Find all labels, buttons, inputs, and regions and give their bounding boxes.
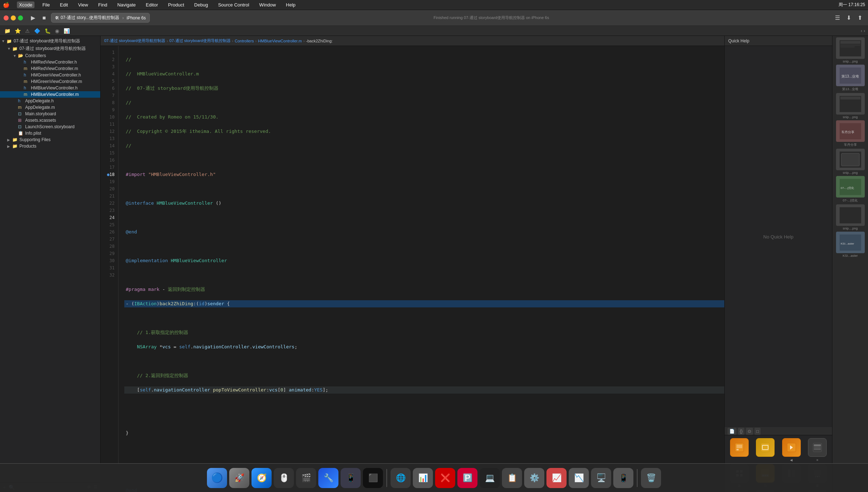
breadcrumb: 07-通过 storyboard使用导航控制器 › 07-通过 storyboa… [101,36,724,46]
dock-xcode[interactable]: 🔧 [318,468,338,488]
qh-header: Quick Help [725,36,832,46]
dock-finder[interactable]: 🔵 [207,468,227,488]
dock-app4[interactable]: ❌ [435,468,455,488]
stop-button[interactable]: ■ [40,13,48,23]
menu-editor[interactable]: Editor [144,1,160,8]
tree-hmblue-h[interactable]: ▶ h HMBlueViewController.h [0,85,100,91]
nav-tabs: 📁 ⭐ ⚠ 🔷 🐛 ◉ 📊 ‹ › [0,26,868,36]
menu-find[interactable]: Find [96,1,109,8]
menu-product[interactable]: Product [166,1,186,8]
tree-hmgreen-m[interactable]: ▶ m HMGreenViewController.m [0,78,100,85]
source-icon[interactable]: ⭐ [13,27,22,34]
ln-2: 2 [101,56,118,63]
navigator-toggle[interactable]: ☰ [833,13,842,23]
dock-app7[interactable]: 📋 [502,468,522,488]
nav-back[interactable]: ‹ [861,28,862,33]
warning-icon[interactable]: ⚠ [24,27,31,34]
dock-app8[interactable]: ⚙️ [524,468,544,488]
tree-hmred-h[interactable]: ▶ h HMRedViewController.h [0,59,100,65]
arrow-supporting: ▶ [7,138,12,142]
scheme-selector[interactable]: 🛠 07-通过 story...使用导航控制器 › iPhone 6s [51,13,150,23]
bc-part2[interactable]: 07-通过 storyboard使用导航控制器 [170,38,231,43]
run-button[interactable]: ▶ [29,13,37,23]
ui-label-nav-controller: ◀ [790,458,793,462]
tree-controllers[interactable]: ▼ 📂 Controllers [0,52,100,59]
dock-app3[interactable]: 📊 [413,468,433,488]
tree-label-hmred-m: HMRedViewController.m [31,66,100,71]
menu-debug[interactable]: Debug [192,1,210,8]
dock-terminal[interactable]: ⬛ [363,468,383,488]
bc-part5[interactable]: -back2ZhiDing: [306,39,333,43]
ln-30: 30 [101,257,118,264]
dock-launchpad[interactable]: 🚀 [229,468,249,488]
test-icon[interactable]: 🔷 [33,27,42,34]
dock-app9[interactable]: 📈 [546,468,567,488]
code-editor[interactable]: 1 2 3 4 5 6 7 8 9 10 11 12 13 14 15 16 1 [101,46,724,492]
tree-assets[interactable]: ▶ ⊞ Assets.xcassets [0,117,100,124]
menu-file[interactable]: File [40,1,52,8]
dock-app10[interactable]: 📉 [569,468,589,488]
ui-icon-storyboard-ref[interactable] [756,438,775,457]
tree-hmgreen-h[interactable]: ▶ h HMGreenViewController.h [0,72,100,78]
tree-hmblue-m[interactable]: ▶ m HMBlueViewController.m [0,91,100,98]
ui-icon-table-controller[interactable] [808,438,827,457]
dock-trash[interactable]: 🗑️ [641,468,661,488]
svg-rect-2 [737,449,739,450]
dock-quicktime[interactable]: 🎬 [296,468,316,488]
dock-app11[interactable]: 🖥️ [591,468,611,488]
tree-supporting-files[interactable]: ▶ 📁 Supporting Files [0,136,100,143]
dock-app6[interactable]: 💻 [480,468,500,488]
folder-icon[interactable]: 📁 [3,27,12,34]
dock-mouse[interactable]: 🖱️ [274,468,294,488]
ui-icon-view-controller[interactable] [730,438,749,457]
tree-label-root: 07-通过 storyboard使用导航控制器 [14,38,100,44]
right-panel: snip....png 第13...业堆 第13...业堆 [832,36,868,492]
tree-products[interactable]: ▶ 📁 Products [0,143,100,149]
report-icon[interactable]: 📊 [62,27,71,34]
tree-hmred-m[interactable]: ▶ m HMRedViewController.m [0,65,100,72]
qh-btn-code[interactable]: {} [738,428,744,435]
tree-appdelegate-m[interactable]: ▶ m AppDelegate.m [0,104,100,111]
dock-app1[interactable]: 📱 [341,468,361,488]
dock-app2[interactable]: 🌐 [391,468,411,488]
right-thumb-6: 07-...(优化 [836,176,865,198]
bc-part1[interactable]: 07-通过 storyboard使用导航控制器 [104,38,165,43]
nav-forward[interactable]: › [864,28,865,33]
menu-window[interactable]: Window [257,1,278,8]
menu-view[interactable]: View [76,1,90,8]
tree-sub[interactable]: ▼ 📁 07-通过 storyboard使用导航控制器 [0,45,100,52]
menu-source-control[interactable]: Source Control [216,1,251,8]
tree-launch-storyboard[interactable]: ▶ ⊡ LaunchScreen.storyboard [0,124,100,130]
dock-app12[interactable]: 📱 [613,468,633,488]
inspector-toggle[interactable]: ⬆ [855,13,864,23]
debug-icon[interactable]: 🐛 [43,27,52,34]
bc-part3[interactable]: Controllers [235,39,254,43]
qh-btn-file[interactable]: 📄 [728,428,737,435]
qh-content: No Quick Help [725,46,832,427]
tree-info-plist[interactable]: ▶ 📋 Info.plist [0,130,100,136]
code-content[interactable]: // // HMBlueViewController.m // 07-通过 st… [119,46,724,492]
debug-toggle[interactable]: ⬇ [844,13,853,23]
ui-icon-nav-controller[interactable] [782,438,801,457]
tree-appdelegate-h[interactable]: ▶ h AppDelegate.h [0,98,100,104]
menu-xcode[interactable]: Xcode [17,1,34,8]
bc-part4[interactable]: HMBlueViewController.m [258,39,302,43]
maximize-button[interactable] [18,15,23,20]
tree-root[interactable]: ▼ 📁 07-通过 storyboard使用导航控制器 [0,37,100,45]
minimize-button[interactable] [11,15,16,20]
apple-menu[interactable]: 🍎 [3,2,10,8]
dock-safari[interactable]: 🧭 [251,468,272,488]
close-button[interactable] [4,15,9,20]
menu-edit[interactable]: Edit [58,1,70,8]
qh-btn-square[interactable]: □ [754,428,761,435]
tree-main-storyboard[interactable]: ▶ ⊡ Main.storyboard [0,111,100,117]
dock-app5[interactable]: 🅿️ [457,468,477,488]
breakpoint-icon[interactable]: ◉ [54,27,61,34]
menu-help[interactable]: Help [284,1,298,8]
code-line-11: @interface HMBlueViewController () [124,200,724,207]
menu-navigate[interactable]: Navigate [115,1,138,8]
qh-btn-circle[interactable]: ⊙ [746,428,753,435]
svg-rect-7 [813,443,822,452]
ln-13: 13 [101,135,118,142]
ln-32: 32 [101,271,118,279]
